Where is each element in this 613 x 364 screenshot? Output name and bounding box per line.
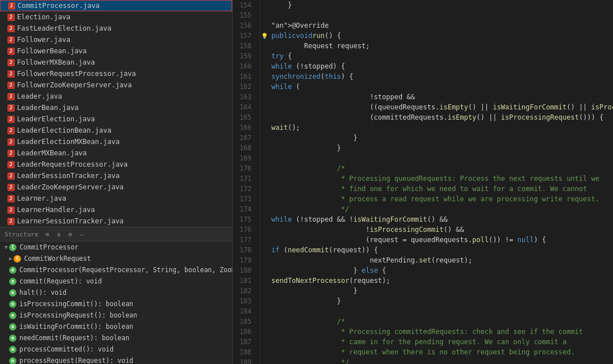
gutter-cell	[260, 235, 269, 245]
structure-item[interactable]: mcommit(Request): void	[0, 276, 232, 287]
gutter-cell	[260, 122, 269, 133]
file-name: LeaderSessionTracker.java	[17, 172, 120, 180]
method-badge: m	[9, 312, 16, 319]
method-badge: m	[9, 335, 16, 342]
structure-item[interactable]: ▶CCommitWorkRequest	[0, 253, 232, 264]
code-line: * Processing committedRequests: check an…	[271, 327, 613, 337]
file-tree: JCommitProcessor.javaJElection.javaJFast…	[0, 0, 233, 364]
gutter-cell	[260, 327, 269, 337]
file-item[interactable]: JFastLeaderElection.java	[0, 23, 232, 34]
code-line: }	[271, 133, 613, 143]
gutter-cell	[260, 194, 269, 204]
gutter: 💡	[260, 0, 269, 364]
file-item[interactable]: JLeaderZooKeeperServer.java	[0, 181, 232, 193]
code-line: }	[271, 286, 613, 296]
code-line: */	[271, 357, 613, 364]
structure-item[interactable]: mhalt(): void	[0, 287, 232, 298]
structure-item-label: processCommitted(): void	[19, 345, 114, 353]
file-item[interactable]: JElection.java	[0, 11, 232, 23]
gutter-cell	[260, 225, 269, 235]
method-badge: m	[9, 289, 16, 297]
file-name: LearnerHandler.java	[17, 206, 95, 214]
file-item[interactable]: JFollowerMXBean.java	[0, 57, 232, 68]
structure-item[interactable]: mprocessRequest(Request): void	[0, 355, 232, 364]
gutter-cell	[260, 255, 269, 265]
code-line: nextPending.set(request);	[271, 255, 613, 265]
file-item[interactable]: JLearner.java	[0, 193, 232, 204]
gutter-cell	[260, 357, 269, 364]
toolbar-align-icon[interactable]: ≡	[43, 230, 52, 239]
java-file-icon: J	[7, 172, 15, 180]
file-item[interactable]: JLeaderElectionBean.java	[0, 125, 232, 136]
file-item[interactable]: JFollowerRequestProcessor.java	[0, 68, 232, 79]
toolbar-settings-icon[interactable]: ⚙	[66, 230, 75, 239]
line-number: 180	[233, 265, 255, 276]
line-number: 167	[233, 133, 255, 143]
line-number: 161	[233, 71, 255, 82]
structure-item[interactable]: ▼CCommitProcessor	[0, 242, 232, 253]
file-item[interactable]: JCommitProcessor.java	[0, 0, 232, 11]
file-name: Follower.java	[17, 36, 70, 44]
file-item[interactable]: JLeaderMXBean.java	[0, 147, 232, 159]
line-number: 184	[233, 306, 255, 316]
code-line: !stopped &&	[271, 92, 613, 102]
gutter-cell	[260, 276, 269, 286]
file-item[interactable]: JLearnerHandler.java	[0, 204, 232, 215]
line-number: 186	[233, 327, 255, 337]
line-number: 181	[233, 276, 255, 286]
file-name: LeaderElectionBean.java	[17, 126, 111, 134]
file-item[interactable]: JLeader.java	[0, 91, 232, 102]
file-item[interactable]: JLeaderElectionMXBean.java	[0, 136, 232, 147]
code-lines[interactable]: } "an">@Override public void run() { Req…	[269, 0, 613, 364]
structure-item[interactable]: mneedCommit(Request): boolean	[0, 332, 232, 344]
structure-item[interactable]: mCommitProcessor(RequestProcessor, Strin…	[0, 264, 232, 276]
java-file-icon: J	[7, 138, 15, 146]
code-line	[271, 153, 613, 163]
file-item[interactable]: JLeaderElection.java	[0, 113, 232, 125]
method-badge: m	[9, 278, 16, 285]
method-badge: m	[9, 357, 16, 365]
structure-item-label: isProcessingCommit(): boolean	[19, 300, 133, 308]
structure-item[interactable]: mprocessCommitted(): void	[0, 344, 232, 355]
code-line: /*	[271, 163, 613, 173]
expand-arrow-icon: ▶	[9, 256, 12, 261]
code-line: try {	[271, 51, 613, 61]
gutter-cell	[260, 82, 269, 92]
line-number: 172	[233, 184, 255, 194]
file-item[interactable]: JFollower.java	[0, 34, 232, 45]
file-item[interactable]: JLeaderSessionTracker.java	[0, 170, 232, 181]
line-number: 166	[233, 122, 255, 133]
line-number: 182	[233, 286, 255, 296]
structure-item[interactable]: misWaitingForCommit(): boolean	[0, 321, 232, 332]
file-item[interactable]: JFollowerZooKeeperServer.java	[0, 79, 232, 91]
gutter-cell	[260, 286, 269, 296]
structure-item[interactable]: misProcessingCommit(): boolean	[0, 298, 232, 310]
file-name: LeaderElection.java	[17, 115, 95, 123]
structure-item-label: CommitWorkRequest	[24, 255, 91, 263]
line-number: 183	[233, 296, 255, 306]
java-file-icon: J	[7, 194, 15, 202]
toolbar-close-icon[interactable]: —	[77, 230, 86, 239]
file-item[interactable]: JLearnerSessionTracker.java	[0, 215, 232, 227]
toolbar-sort-icon[interactable]: ⇅	[54, 230, 64, 239]
java-file-icon: J	[7, 13, 15, 21]
structure-item[interactable]: misProcessingRequest(): boolean	[0, 310, 232, 321]
file-item[interactable]: JFollowerBean.java	[0, 45, 232, 57]
code-line: while (!stopped) {	[271, 61, 613, 71]
structure-panel: Structure ≡ ⇅ ⚙ — ▼CCommitProcessor▶CCom…	[0, 227, 232, 364]
java-file-icon: J	[7, 115, 15, 123]
code-line: if (needCommit(request)) {	[271, 245, 613, 255]
code-line: }	[271, 296, 613, 306]
java-file-icon: J	[7, 24, 15, 32]
java-file-icon: J	[7, 36, 15, 44]
expand-arrow-icon: ▼	[5, 244, 7, 250]
code-line	[271, 10, 613, 20]
file-name: LearnerSessionTracker.java	[17, 217, 124, 225]
file-name: LeaderBean.java	[17, 104, 78, 112]
line-number: 156	[233, 20, 255, 31]
file-name: LeaderMXBean.java	[17, 149, 87, 157]
file-item[interactable]: JLeaderRequestProcessor.java	[0, 159, 232, 170]
line-number: 189	[233, 357, 255, 364]
file-item[interactable]: JLeaderBean.java	[0, 102, 232, 113]
line-number: 155	[233, 10, 255, 20]
